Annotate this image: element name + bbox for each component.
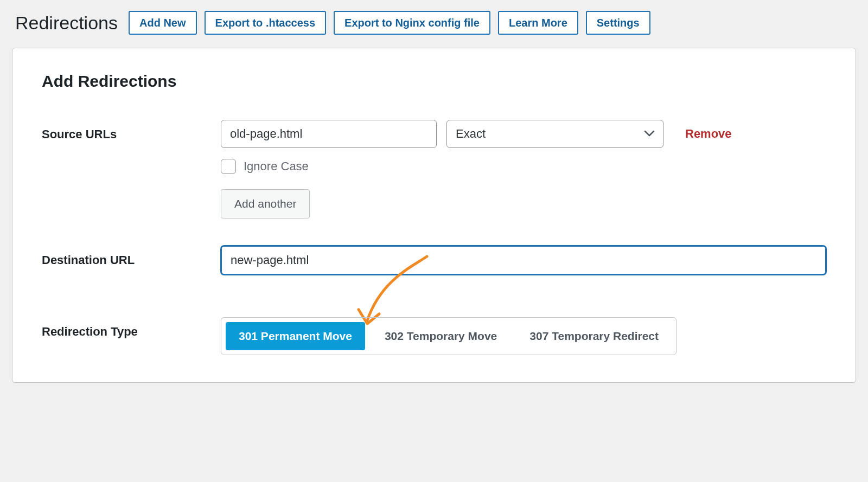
ignore-case-label: Ignore Case [244, 159, 309, 173]
add-new-button[interactable]: Add New [129, 11, 197, 35]
match-type-value: Exact [446, 120, 663, 148]
redirect-301-button[interactable]: 301 Permanent Move [226, 322, 365, 350]
redirection-type-controls: 301 Permanent Move 302 Temporary Move 30… [221, 317, 826, 355]
add-another-button[interactable]: Add another [221, 189, 310, 218]
match-type-text: Exact [456, 127, 486, 141]
source-urls-controls: Exact Remove Ignore Case Add another [221, 120, 826, 218]
ignore-case-checkbox[interactable] [221, 159, 236, 174]
redirection-type-buttons: 301 Permanent Move 302 Temporary Move 30… [221, 317, 676, 355]
add-redirections-panel: Add Redirections Source URLs Exact Remov… [12, 48, 856, 383]
source-urls-label: Source URLs [42, 120, 221, 142]
destination-url-label: Destination URL [42, 246, 221, 267]
source-urls-row: Source URLs Exact Remove Ignore Case Add [42, 120, 826, 218]
export-nginx-button[interactable]: Export to Nginx config file [334, 11, 490, 35]
redirect-307-button[interactable]: 307 Temporary Redirect [516, 322, 672, 350]
remove-source-link[interactable]: Remove [685, 127, 732, 141]
page-header: Redirections Add New Export to .htaccess… [0, 0, 868, 48]
learn-more-button[interactable]: Learn More [498, 11, 578, 35]
source-url-entry: Exact Remove [221, 120, 826, 148]
export-htaccess-button[interactable]: Export to .htaccess [205, 11, 327, 35]
destination-url-input[interactable] [221, 246, 826, 275]
destination-url-controls [221, 246, 826, 275]
match-type-select[interactable]: Exact [446, 120, 663, 148]
redirection-type-label: Redirection Type [42, 317, 221, 339]
destination-url-row: Destination URL [42, 246, 826, 275]
source-url-input[interactable] [221, 120, 437, 148]
ignore-case-row: Ignore Case [221, 159, 826, 174]
settings-button[interactable]: Settings [586, 11, 650, 35]
page-title: Redirections [15, 12, 118, 34]
panel-title: Add Redirections [42, 72, 826, 91]
redirect-302-button[interactable]: 302 Temporary Move [372, 322, 510, 350]
redirection-type-row: Redirection Type 301 Permanent Move 302 … [42, 317, 826, 355]
